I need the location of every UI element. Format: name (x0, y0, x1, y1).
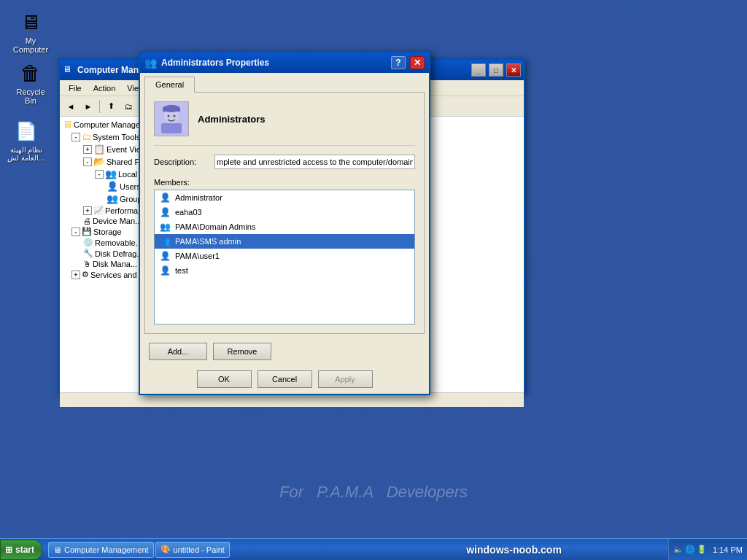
tree-disk-icon: 🖱 (83, 260, 91, 268)
toolbar-back[interactable]: ◄ (63, 98, 79, 114)
admin-icon (154, 101, 189, 136)
description-input[interactable] (214, 155, 415, 169)
cancel-button[interactable]: Cancel (258, 370, 312, 388)
toolbar-forward[interactable]: ► (80, 98, 96, 114)
taskbar-url: windows-noob.com (360, 544, 668, 556)
taskbar: ⊞ start 🖥 Computer Management 🎨 untitled… (0, 538, 747, 560)
member-eaha03-icon: 👤 (159, 206, 171, 218)
member-administrator[interactable]: 👤 Administrator (155, 190, 414, 205)
dialog-close-button[interactable]: ✕ (410, 56, 425, 69)
dialog-titlebar: 👥 Administrators Properties ? ✕ (140, 52, 429, 73)
start-button[interactable]: ⊞ start (0, 540, 42, 560)
start-label: start (15, 545, 34, 555)
member-domain-admins-name: PAMA\Domain Admins (175, 222, 255, 231)
taskbar-paint-icon: 🎨 (160, 545, 171, 554)
tree-perf-icon: 📈 (93, 206, 104, 215)
tray-icon-2: 🌐 (685, 545, 695, 554)
taskbar-item-paint[interactable]: 🎨 untitled - Paint (155, 542, 230, 558)
tree-expand-perf[interactable]: + (83, 206, 92, 215)
dialog-content: Administrators Description: Members: 👤 A… (144, 92, 425, 334)
taskbar-item-cm[interactable]: 🖥 Computer Management (48, 542, 154, 558)
menu-file[interactable]: File (63, 82, 88, 94)
taskbar-items: 🖥 Computer Management 🎨 untitled - Paint (45, 542, 360, 558)
taskbar-time: 1:14 PM (708, 545, 743, 554)
apply-button[interactable]: Apply (318, 370, 373, 388)
recycle-bin-label: Recycle Bin (10, 88, 51, 105)
tree-defrag-label: Disk Defrag... (95, 249, 144, 258)
my-computer-icon: 🖥 (19, 10, 42, 34)
member-sms-admin[interactable]: 👥 PAMA\SMS admin (155, 234, 414, 249)
description-row: Description: (154, 155, 415, 169)
toolbar-show-hide[interactable]: 🗂 (120, 98, 136, 114)
admin-icon-svg (155, 103, 187, 135)
start-icon: ⊞ (5, 545, 12, 555)
cm-close-button[interactable]: ✕ (506, 63, 521, 77)
tree-groups-icon: 👥 (107, 193, 118, 204)
desktop-icon-arabic-app[interactable]: 📄 نظام الهيئة العامة لش... (3, 117, 50, 165)
admin-name: Administrators (198, 114, 265, 125)
add-button[interactable]: Add... (149, 343, 207, 360)
tree-storage-icon: 💾 (82, 227, 92, 236)
tree-disk-label: Disk Mana... (93, 260, 137, 268)
recycle-bin-icon: 🗑 (19, 61, 42, 85)
taskbar-paint-label: untitled - Paint (174, 545, 225, 554)
member-eaha03-name: eaha03 (175, 208, 202, 217)
desktop-icon-recycle-bin[interactable]: 🗑 Recycle Bin (7, 58, 54, 108)
dialog-tab-bar: General (140, 73, 429, 92)
dialog-help-button[interactable]: ? (391, 56, 406, 69)
admin-header: Administrators (154, 101, 415, 146)
tree-expand-system-tools[interactable]: - (71, 133, 80, 141)
member-domain-admins-icon: 👥 (159, 221, 171, 233)
tree-shared-icon: 📂 (93, 156, 105, 167)
member-administrator-name: Administrator (175, 193, 222, 202)
cm-minimize-button[interactable]: _ (471, 63, 486, 77)
svg-rect-3 (163, 109, 180, 112)
cm-maximize-button[interactable]: □ (489, 63, 503, 77)
desktop-icon-my-computer[interactable]: 🖥 My Computer (7, 7, 54, 57)
tree-root-label: Computer Manager (74, 120, 143, 129)
tree-removable-label: Removable... (95, 238, 142, 247)
dialog-title: Administrators Properties (161, 58, 387, 68)
dialog-add-remove-row: Add... Remove (140, 338, 429, 365)
my-computer-label: My Computer (10, 36, 51, 54)
tray-icon-3: 🔋 (697, 545, 707, 554)
tray-icon-1: 🔈 (673, 545, 684, 554)
taskbar-tray: 🔈 🌐 🔋 1:14 PM (668, 539, 747, 560)
member-test[interactable]: 👤 test (155, 263, 414, 278)
desktop: 🖥 My Computer 🗑 Recycle Bin 📄 نظام الهيئ… (0, 0, 747, 560)
menu-action[interactable]: Action (88, 82, 122, 94)
tree-device-label: Device Man... (93, 217, 142, 225)
member-eaha03[interactable]: 👤 eaha03 (155, 205, 414, 219)
member-test-icon: 👤 (159, 265, 171, 276)
toolbar-up[interactable]: ⬆ (103, 98, 119, 114)
tree-local-users-icon: 👥 (105, 168, 117, 179)
tree-users-icon: 👤 (107, 181, 118, 192)
svg-rect-0 (161, 123, 182, 133)
tree-expand-storage[interactable]: - (71, 228, 80, 236)
members-list[interactable]: 👤 Administrator 👤 eaha03 👥 PAMA\Domain A… (154, 190, 415, 324)
tree-root-icon: 🖥 (63, 119, 72, 130)
watermark: For P.A.M.A Developers (0, 483, 747, 502)
member-sms-admin-name: PAMA\SMS admin (175, 237, 241, 246)
admin-properties-dialog: 👥 Administrators Properties ? ✕ General (139, 51, 430, 395)
member-user1[interactable]: 👤 PAMA\user1 (155, 249, 414, 263)
remove-button[interactable]: Remove (213, 343, 271, 360)
tree-users-label: Users (120, 182, 141, 191)
members-label: Members: (154, 178, 415, 187)
ok-button[interactable]: OK (197, 370, 252, 388)
tree-expand-local-users[interactable]: - (95, 170, 104, 179)
member-user1-name: PAMA\user1 (175, 252, 220, 260)
tree-expand-shared[interactable]: - (83, 158, 92, 166)
tree-storage-label: Storage (93, 228, 122, 236)
cm-window-icon: 🖥 (63, 64, 74, 76)
ok-cancel-row: OK Cancel Apply (140, 365, 429, 394)
tree-expand-services[interactable]: + (71, 271, 80, 279)
tree-expand-event-viewer[interactable]: + (83, 145, 92, 154)
arabic-app-label: نظام الهيئة العامة لش... (6, 146, 47, 162)
tree-defrag-icon: 🔧 (83, 249, 93, 258)
member-domain-admins[interactable]: 👥 PAMA\Domain Admins (155, 219, 414, 234)
tab-general[interactable]: General (144, 77, 195, 93)
svg-point-5 (174, 115, 176, 117)
tree-device-icon: 🖨 (83, 217, 91, 225)
member-sms-admin-icon: 👥 (159, 236, 171, 247)
